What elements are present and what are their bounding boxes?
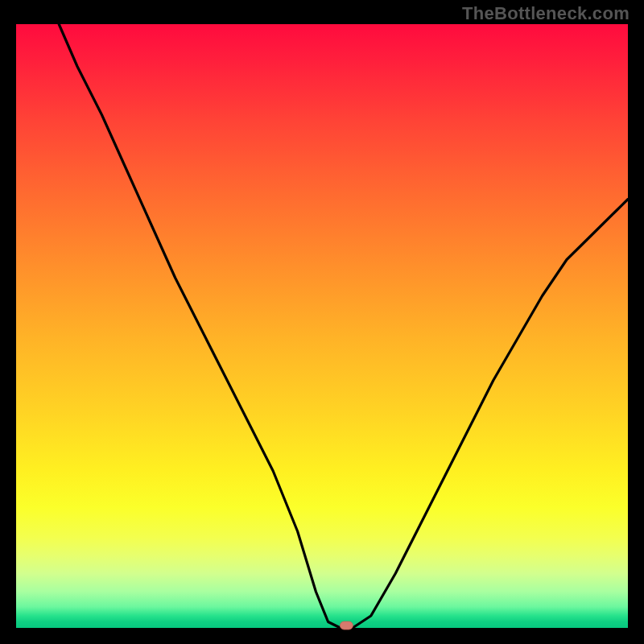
minimum-marker	[340, 621, 353, 630]
watermark-text: TheBottleneck.com	[462, 3, 630, 24]
chart-frame: TheBottleneck.com	[0, 0, 644, 644]
bottleneck-curve-path	[59, 24, 628, 628]
plot-area	[16, 24, 628, 628]
curve-layer	[16, 24, 628, 628]
